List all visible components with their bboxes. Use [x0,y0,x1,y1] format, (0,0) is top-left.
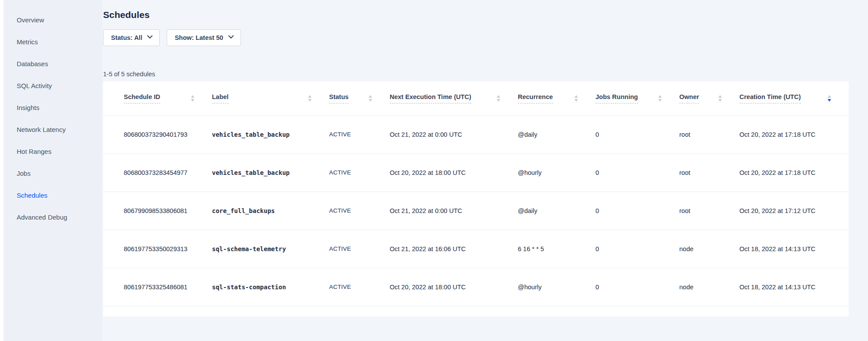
show-filter-dropdown[interactable]: Show: Latest 50 [167,29,240,46]
recurrence-cell: @daily [518,115,595,153]
column-header-schedule-id[interactable]: Schedule ID [103,82,212,115]
next-execution-cell: Oct 20, 2022 at 18:00 UTC [390,153,518,192]
recurrence-cell: @daily [518,192,595,230]
table-row: 806800373290401793 vehicles_table_backup… [103,115,849,153]
schedule-id-cell: 806799098533806081 [103,192,212,230]
sort-icon[interactable] [658,95,662,102]
sidebar-item-network-latency[interactable]: Network Latency [17,125,102,134]
creation-time-cell: Oct 20, 2022 at 17:18 UTC [739,115,849,153]
sidebar-item-overview[interactable]: Overview [17,16,102,25]
next-execution-cell: Oct 21, 2022 at 16:06 UTC [390,230,518,268]
sort-icon[interactable] [369,95,372,102]
chevron-down-icon [228,33,234,39]
sidebar-item-sql-activity[interactable]: SQL Activity [17,82,102,90]
owner-cell: root [679,153,739,192]
schedules-table-card: Schedule ID Label Status [103,82,849,316]
status-cell: ACTIVE [329,115,390,153]
status-filter-dropdown[interactable]: Status: All [103,29,160,46]
column-header-label[interactable]: Label [212,82,329,115]
label-cell: sql-stats-compaction [212,268,329,306]
creation-time-cell: Oct 18, 2022 at 14:13 UTC [739,230,849,268]
status-filter-label: Status: All [111,34,142,41]
status-cell: ACTIVE [329,230,390,268]
sidebar-item-schedules[interactable]: Schedules [17,191,102,200]
creation-time-cell: Oct 18, 2022 at 14:13 UTC [739,268,849,306]
jobs-running-cell: 0 [595,153,679,192]
table-row: 806197753325486081 sql-stats-compaction … [103,268,849,306]
column-header-jobs-running[interactable]: Jobs Running [595,82,679,115]
filters-bar: Status: All Show: Latest 50 [103,29,849,46]
recurrence-cell: @hourly [518,268,595,306]
sort-icon[interactable] [191,95,194,102]
recurrence-cell: @hourly [518,153,595,192]
creation-time-cell: Oct 20, 2022 at 17:12 UTC [739,192,849,230]
sort-icon[interactable] [718,95,722,102]
next-execution-cell: Oct 21, 2022 at 0:00 UTC [390,115,518,153]
jobs-running-cell: 0 [595,230,679,268]
column-header-owner[interactable]: Owner [679,82,739,115]
sidebar-item-insights[interactable]: Insights [17,103,102,112]
sort-icon[interactable] [308,95,312,102]
sidebar-item-advanced-debug[interactable]: Advanced Debug [17,213,102,222]
page-title: Schedules [103,10,849,20]
sort-desc-icon[interactable] [828,95,831,102]
recurrence-cell: 6 16 * * 5 [518,230,595,268]
sidebar-item-metrics[interactable]: Metrics [17,38,102,46]
table-row: 806800373283454977 vehicles_table_backup… [103,153,849,192]
sidebar-item-databases[interactable]: Databases [17,60,102,68]
left-gutter [0,0,4,341]
owner-cell: root [679,115,739,153]
column-header-creation-time[interactable]: Creation Time (UTC) [739,82,849,115]
chevron-down-icon [147,33,153,39]
sidebar: Overview Metrics Databases SQL Activity … [4,0,102,341]
table-header-row: Schedule ID Label Status [103,82,849,115]
sidebar-item-hot-ranges[interactable]: Hot Ranges [17,147,102,156]
status-cell: ACTIVE [329,268,390,306]
label-cell: vehicles_table_backup [212,115,329,153]
sidebar-item-jobs[interactable]: Jobs [17,169,102,178]
owner-cell: node [679,230,739,268]
creation-time-cell: Oct 20, 2022 at 17:18 UTC [739,153,849,192]
table-row: 806799098533806081 core_full_backups ACT… [103,192,849,230]
label-cell: core_full_backups [212,192,329,230]
schedule-id-cell: 806800373283454977 [103,153,212,192]
next-execution-cell: Oct 20, 2022 at 18:00 UTC [390,268,518,306]
label-cell: sql-schema-telemetry [212,230,329,268]
show-filter-label: Show: Latest 50 [175,34,223,41]
status-cell: ACTIVE [329,192,390,230]
schedule-id-cell: 806197753350029313 [103,230,212,268]
schedule-id-cell: 806800373290401793 [103,115,212,153]
label-cell: vehicles_table_backup [212,153,329,192]
jobs-running-cell: 0 [595,192,679,230]
sort-icon[interactable] [574,95,578,102]
owner-cell: root [679,192,739,230]
main-content: Schedules Status: All Show: Latest 50 1-… [102,0,868,341]
schedules-table: Schedule ID Label Status [103,82,849,306]
column-header-status[interactable]: Status [329,82,390,115]
table-row: 806197753350029313 sql-schema-telemetry … [103,230,849,268]
owner-cell: node [679,268,739,306]
schedule-id-cell: 806197753325486081 [103,268,212,306]
jobs-running-cell: 0 [595,115,679,153]
sort-icon[interactable] [497,95,500,102]
next-execution-cell: Oct 21, 2022 at 0:00 UTC [390,192,518,230]
results-count: 1-5 of 5 schedules [103,71,849,78]
column-header-recurrence[interactable]: Recurrence [518,82,595,115]
status-cell: ACTIVE [329,153,390,192]
column-header-next-execution-time[interactable]: Next Execution Time (UTC) [390,82,518,115]
jobs-running-cell: 0 [595,268,679,306]
